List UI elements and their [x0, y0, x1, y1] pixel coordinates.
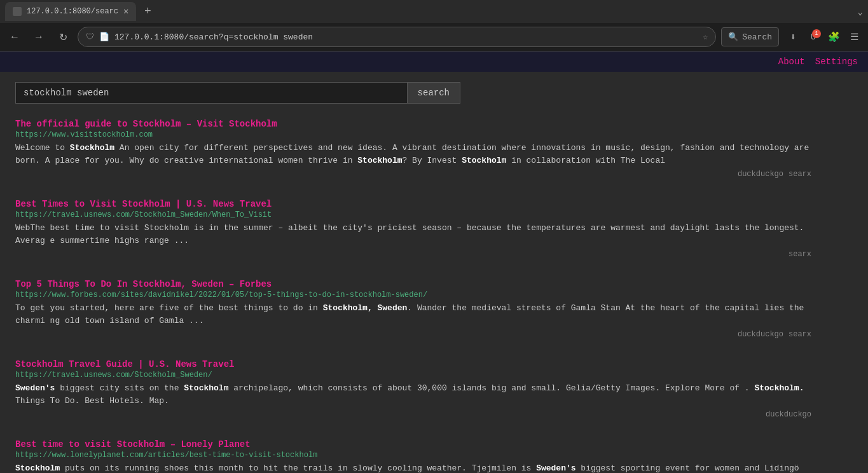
- tab-close-button[interactable]: ✕: [123, 7, 128, 16]
- new-tab-button[interactable]: +: [139, 3, 156, 20]
- bookmark-icon[interactable]: ☆: [703, 32, 708, 42]
- result-item: The official guide to Stockholm – Visit …: [15, 119, 811, 184]
- tab-title: 127.0.0.1:8080/searc: [27, 7, 118, 16]
- tab-bar: 127.0.0.1:8080/searc ✕ + ⌄: [0, 0, 868, 23]
- source-link[interactable]: searx: [789, 250, 811, 259]
- tab-favicon: [13, 7, 22, 16]
- browser-search-label: Search: [742, 32, 772, 42]
- menu-button[interactable]: ☰: [845, 28, 863, 46]
- source-link[interactable]: searx: [789, 330, 811, 339]
- search-icon: 🔍: [728, 32, 738, 42]
- result-title[interactable]: Top 5 Things To Do In Stockholm, Sweden …: [15, 279, 811, 289]
- result-title[interactable]: The official guide to Stockholm – Visit …: [15, 119, 811, 129]
- result-url: https://travel.usnews.com/Stockholm_Swed…: [15, 210, 811, 219]
- tab-expand-button[interactable]: ⌄: [858, 6, 863, 17]
- result-url: https://www.lonelyplanet.com/articles/be…: [15, 451, 811, 460]
- search-button[interactable]: search: [408, 82, 460, 104]
- settings-link[interactable]: Settings: [815, 57, 858, 67]
- app-header: About Settings: [0, 51, 868, 72]
- result-url: https://www.visitstockholm.com: [15, 130, 811, 139]
- result-url: https://www.forbes.com/sites/davidnikel/…: [15, 291, 811, 299]
- result-item: Best time to visit Stockholm – Lonely Pl…: [15, 439, 811, 473]
- result-title[interactable]: Best Times to Visit Stockholm | U.S. New…: [15, 199, 811, 209]
- result-item: Best Times to Visit Stockholm | U.S. New…: [15, 199, 811, 264]
- search-input[interactable]: [15, 82, 408, 104]
- browser-chrome: 127.0.0.1:8080/searc ✕ + ⌄ ← → ↻ 🛡 📄 127…: [0, 0, 868, 51]
- forward-button[interactable]: →: [29, 27, 48, 46]
- result-title[interactable]: Best time to visit Stockholm – Lonely Pl…: [15, 439, 811, 449]
- result-sources: duckduckgo: [15, 409, 811, 419]
- address-bar[interactable]: 🛡 📄 127.0.0.1:8080/search?q=stockholm sw…: [78, 27, 716, 47]
- extensions-button[interactable]: 🧩: [825, 28, 843, 46]
- page-icon: 📄: [99, 32, 109, 42]
- source-link[interactable]: searx: [789, 170, 811, 179]
- back-button[interactable]: ←: [5, 27, 24, 46]
- active-tab[interactable]: 127.0.0.1:8080/searc ✕: [5, 2, 136, 21]
- source-link[interactable]: duckduckgo: [738, 170, 783, 179]
- result-snippet: Welcome to Stockholm An open city for di…: [15, 142, 811, 167]
- result-item: Top 5 Things To Do In Stockholm, Sweden …: [15, 279, 811, 344]
- result-snippet: WebThe best time to visit Stockholm is i…: [15, 222, 811, 247]
- result-url: https://travel.usnews.com/Stockholm_Swed…: [15, 371, 811, 380]
- security-icon: 🛡: [86, 32, 94, 42]
- browser-toolbar-icons: ⬇ U 1 🧩 ☰: [784, 28, 863, 46]
- result-sources: duckduckgosearx: [15, 329, 811, 339]
- result-sources: duckduckgosearx: [15, 169, 811, 179]
- result-snippet: To get you started, here are five of the…: [15, 302, 811, 327]
- address-text: 127.0.0.1:8080/search?q=stockholm sweden: [114, 32, 698, 42]
- result-item: Stockholm Travel Guide | U.S. News Trave…: [15, 359, 811, 424]
- source-link[interactable]: duckduckgo: [738, 330, 783, 339]
- source-link[interactable]: duckduckgo: [766, 410, 811, 419]
- nav-bar: ← → ↻ 🛡 📄 127.0.0.1:8080/search?q=stockh…: [0, 23, 868, 51]
- search-form: search: [15, 82, 460, 104]
- download-icon[interactable]: ⬇: [784, 28, 802, 46]
- result-snippet: Stockholm puts on its running shoes this…: [15, 462, 811, 473]
- extension-icon[interactable]: U 1: [804, 28, 822, 46]
- result-title[interactable]: Stockholm Travel Guide | U.S. News Trave…: [15, 359, 811, 369]
- result-sources: searx: [15, 249, 811, 259]
- browser-search-box[interactable]: 🔍 Search: [721, 27, 779, 46]
- reload-button[interactable]: ↻: [53, 27, 72, 46]
- result-snippet: Sweden's biggest city sits on the Stockh…: [15, 382, 811, 407]
- results-container: The official guide to Stockholm – Visit …: [0, 114, 827, 473]
- badge: 1: [812, 29, 821, 38]
- search-section: search: [0, 72, 868, 114]
- about-link[interactable]: About: [778, 57, 805, 67]
